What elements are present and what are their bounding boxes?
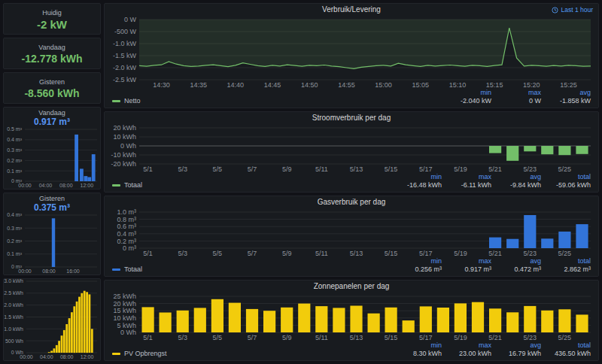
gas-gisteren-bar-chart[interactable]: 0.4 m³0.3 m³0.2 m³0.1 m³0 m³00:0008:0016… [4,213,100,275]
panel-gisteren-kwh: Gisteren -8.560 kWh [3,72,101,104]
svg-text:5/17: 5/17 [419,165,433,173]
svg-text:1.5 kWh: 1.5 kWh [4,314,23,320]
huidig-value: -2 kW [37,18,67,31]
panel-vandaag-kwh: Vandaag -12.778 kWh [3,38,101,69]
stroom-bar-chart[interactable]: 20 kWh10 kWh0 Wh-10 kWh-20 kWh5/15/35/55… [105,123,598,173]
svg-text:14:50: 14:50 [301,81,318,89]
svg-text:5/1: 5/1 [143,250,153,257]
panel-title[interactable]: Verbruik/Levering [322,5,381,14]
zonne-bar-chart[interactable]: 25 kWh20 kWh15 kWh10 kWh5 kWh0 Wh5/15/35… [105,292,598,341]
stroom-chart[interactable]: 20 kWh10 kWh0 Wh-10 kWh-20 kWh5/15/35/55… [105,123,598,173]
svg-text:-10 kWh: -10 kWh [111,151,136,159]
time-range-control[interactable]: Last 1 hour [552,6,593,14]
svg-text:0 m³: 0 m³ [123,244,136,252]
time-range-label: Last 1 hour [561,6,593,14]
svg-text:0.1 m³: 0.1 m³ [7,168,23,174]
svg-text:14:40: 14:40 [227,81,245,89]
legend-values: 0.256 m³ 0.917 m³ 0.472 m³ 2.862 m³ [392,265,591,274]
panel-title[interactable]: Stroomverbruik per dag [312,114,391,122]
svg-text:16:00: 16:00 [66,268,80,274]
svg-text:-1.0 kW: -1.0 kW [113,40,137,47]
verbruik-chart[interactable]: 0 W-500 W-1.0 kW-1.5 kW-2.0 kW-2.5 kW14:… [105,15,598,89]
legend-headers: min max avg total [112,341,591,350]
svg-text:00:00: 00:00 [18,183,32,188]
gas-chart[interactable]: 1.0 m³0.8 m³0.6 m³0.4 m³0.2 m³0 m³5/15/3… [105,208,598,257]
svg-text:5/13: 5/13 [350,165,363,173]
gas-gisteren-title: Gisteren [4,193,100,202]
svg-text:04:00: 04:00 [40,354,53,359]
panel-title[interactable]: Gasverbruik per dag [318,198,386,206]
gas-vandaag-title: Vandaag [4,108,100,117]
series-name[interactable]: Totaal [124,181,142,190]
grafana-dashboard: Huidig -2 kW Vandaag -12.778 kWh Gistere… [0,0,602,364]
gas-bar-chart[interactable]: 1.0 m³0.8 m³0.6 m³0.4 m³0.2 m³0 m³5/15/3… [105,208,598,257]
gisteren-kwh-title: Gisteren [39,77,65,86]
svg-text:15:10: 15:10 [449,81,467,89]
svg-text:08:00: 08:00 [60,354,74,359]
legend-values: -16.48 kWh -6.11 kWh -9.84 kWh -59.06 kW… [392,181,591,190]
svg-text:5/11: 5/11 [315,250,328,257]
svg-text:15:00: 15:00 [375,81,392,89]
svg-text:0.5 m³: 0.5 m³ [7,127,23,132]
gisteren-kwh-value: -8.560 kWh [24,87,79,99]
pv-vandaag-bar-chart[interactable]: 3.0 kWh2.5 kWh2.0 kWh1.5 kWh1.0 kWh500 W… [4,279,100,360]
gas-vandaag-bar-chart[interactable]: 0.5 m³0.4 m³0.3 m³0.2 m³0.1 m³0 m³00:000… [4,127,100,189]
right-column: Verbruik/Levering Last 1 hour 0 W-500 W-… [104,3,599,361]
svg-text:14:30: 14:30 [153,81,170,89]
legend-headers: min max avg total [112,173,591,181]
gas-gisteren-chart[interactable]: 0.4 m³0.3 m³0.2 m³0.1 m³0 m³00:0008:0016… [4,213,100,275]
svg-text:10 kWh: 10 kWh [113,314,136,322]
vandaag-kwh-value: -12.778 kWh [22,53,83,65]
svg-text:5/19: 5/19 [454,165,467,173]
panel-title[interactable]: Zonnepanelen per dag [314,282,390,290]
svg-text:5/17: 5/17 [419,250,433,257]
legend-values: -2.040 kW 0 W -1.858 kW [442,97,591,105]
svg-text:14:45: 14:45 [264,81,281,89]
svg-text:0.2 m³: 0.2 m³ [117,238,136,245]
svg-text:2.5 kWh: 2.5 kWh [4,290,23,296]
svg-text:5/19: 5/19 [454,334,467,341]
series-name[interactable]: Netto [124,97,141,105]
legend-row: Totaal 0.256 m³ 0.917 m³ 0.472 m³ 2.862 … [112,265,591,274]
svg-text:0 W: 0 W [124,16,137,23]
clock-icon [552,7,558,14]
svg-text:0.2 m³: 0.2 m³ [7,238,23,244]
svg-text:2.0 kWh: 2.0 kWh [4,302,23,308]
svg-text:12:00: 12:00 [81,183,94,188]
svg-text:0.2 m³: 0.2 m³ [7,158,23,163]
pv-vandaag-chart[interactable]: 3.0 kWh2.5 kWh2.0 kWh1.5 kWh1.0 kWh500 W… [4,279,100,360]
gas-vandaag-chart[interactable]: 0.5 m³0.4 m³0.3 m³0.2 m³0.1 m³0 m³00:000… [4,127,100,189]
panel-stroomverbruik: Stroomverbruik per dag 20 kWh10 kWh0 Wh-… [104,111,599,193]
svg-text:-20 kWh: -20 kWh [111,160,136,168]
zonne-legend: min max avg total PV Opbrengst 8.30 kWh … [105,341,598,360]
series-swatch [112,268,120,271]
svg-text:500 Wh: 500 Wh [5,338,23,344]
svg-text:1.0 m³: 1.0 m³ [117,208,136,216]
svg-text:5/11: 5/11 [315,334,328,341]
svg-text:0.1 m³: 0.1 m³ [7,251,23,256]
svg-text:0.4 m³: 0.4 m³ [7,137,23,142]
svg-text:5/21: 5/21 [488,334,502,341]
svg-text:5/3: 5/3 [178,165,187,173]
svg-text:5/9: 5/9 [282,165,292,173]
svg-text:5/17: 5/17 [419,334,433,341]
svg-text:1.0 kWh: 1.0 kWh [4,326,23,332]
svg-text:5/21: 5/21 [488,250,502,257]
series-name[interactable]: Totaal [124,265,142,274]
panel-pv-vandaag: 3.0 kWh2.5 kWh2.0 kWh1.5 kWh1.0 kWh500 W… [3,278,101,361]
svg-text:5/25: 5/25 [558,165,572,173]
svg-text:5/5: 5/5 [213,250,223,257]
svg-text:5/1: 5/1 [143,165,153,173]
svg-text:-500 W: -500 W [114,28,137,35]
svg-text:5/15: 5/15 [385,334,398,341]
svg-text:08:00: 08:00 [59,183,73,188]
panel-gas-vandaag: Vandaag 0.917 m³ 0.5 m³0.4 m³0.3 m³0.2 m… [3,107,101,190]
series-name[interactable]: PV Opbrengst [124,350,167,358]
svg-text:0 Wh: 0 Wh [120,142,136,150]
svg-text:25 kWh: 25 kWh [113,293,136,300]
panel-header: Zonnepanelen per dag [105,281,598,292]
zonne-chart[interactable]: 25 kWh20 kWh15 kWh10 kWh5 kWh0 Wh5/15/35… [105,292,598,341]
svg-text:5/9: 5/9 [282,250,292,257]
netto-line-chart[interactable]: 0 W-500 W-1.0 kW-1.5 kW-2.0 kW-2.5 kW14:… [105,15,598,89]
svg-text:5/1: 5/1 [143,334,153,341]
